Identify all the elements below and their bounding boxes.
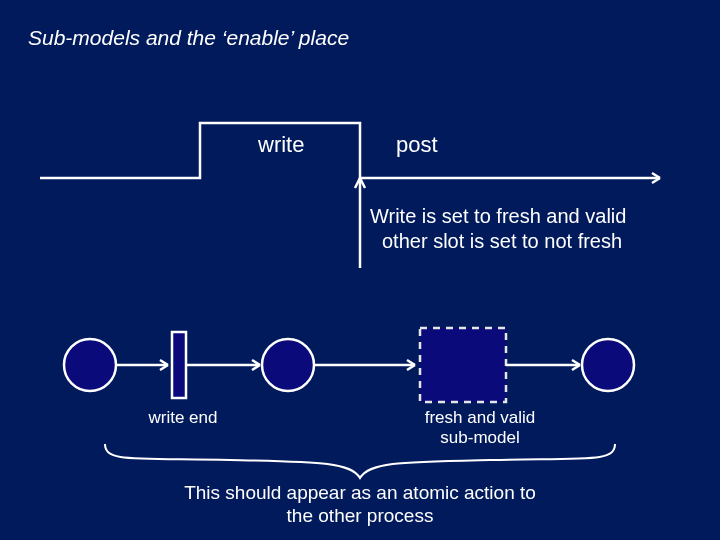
footer-line-1: This should appear as an atomic action t…: [0, 482, 720, 505]
place-node: [582, 339, 634, 391]
timing-diagram: [40, 118, 680, 198]
fresh-valid-line-1: fresh and valid: [425, 408, 536, 427]
footer-caption: This should appear as an atomic action t…: [0, 482, 720, 528]
place-node: [64, 339, 116, 391]
desc-line-1: Write is set to fresh and valid: [370, 204, 626, 229]
petri-net: [60, 320, 660, 410]
desc-line-2: other slot is set to not fresh: [370, 229, 626, 254]
timing-post-label: post: [396, 132, 438, 158]
slide-title: Sub-models and the ‘enable’ place: [28, 26, 349, 50]
footer-line-2: the other process: [0, 505, 720, 528]
write-end-label: write end: [128, 408, 238, 428]
timing-write-label: write: [258, 132, 304, 158]
place-node: [262, 339, 314, 391]
post-description: Write is set to fresh and valid other sl…: [370, 204, 626, 254]
submodel-box: [420, 328, 506, 402]
transition-bar: [172, 332, 186, 398]
curly-brace: [100, 442, 620, 480]
